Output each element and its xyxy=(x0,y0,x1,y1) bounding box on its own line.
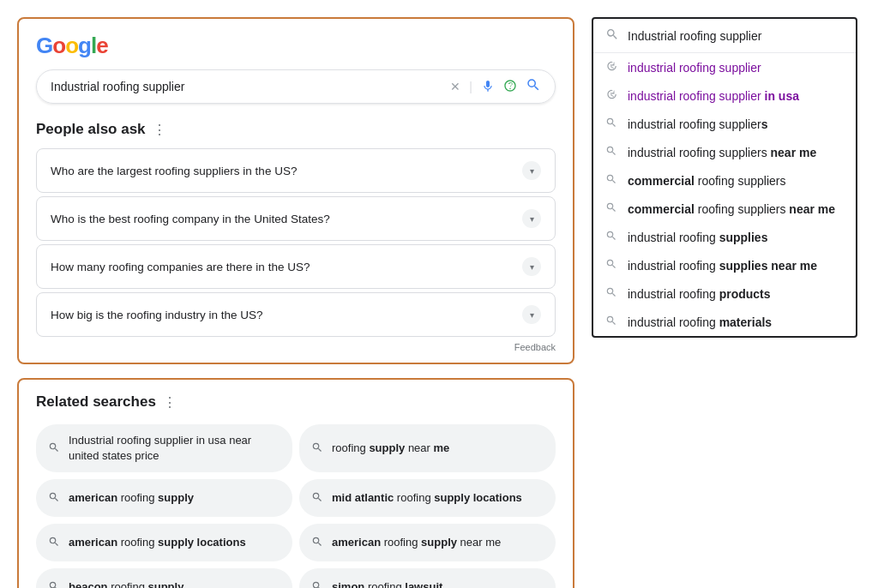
paa-title: People also ask xyxy=(36,121,146,138)
chevron-down-icon-1: ▾ xyxy=(522,161,541,180)
search-icon-ac-3 xyxy=(605,117,617,131)
related-title: Related searches xyxy=(36,393,156,411)
autocomplete-item-8[interactable]: industrial roofing supplies near me xyxy=(593,251,856,279)
feedback-link[interactable]: Feedback xyxy=(36,342,556,352)
autocomplete-item-1[interactable]: industrial roofing supplier xyxy=(593,53,856,81)
related-item-6[interactable]: american roofing supply near me xyxy=(299,524,556,561)
search-icon-ac-8 xyxy=(605,258,617,273)
related-header: Related searches ⋮ xyxy=(36,393,556,411)
search-icon-ac-5 xyxy=(605,173,617,188)
paa-item-1[interactable]: Who are the largest roofing suppliers in… xyxy=(36,148,556,193)
paa-item-4[interactable]: How big is the roofing industry in the U… xyxy=(36,292,556,337)
autocomplete-text-8: industrial roofing supplies near me xyxy=(628,259,817,273)
logo-o2: o xyxy=(65,33,78,58)
search-submit-icon[interactable] xyxy=(526,77,541,96)
logo-o1: o xyxy=(52,33,65,58)
paa-question-3: How many roofing companies are there in … xyxy=(51,261,310,273)
history-icon-1 xyxy=(605,60,617,75)
logo-e: e xyxy=(96,33,107,58)
related-text-6: american roofing supply near me xyxy=(332,535,501,550)
logo-g2: g xyxy=(78,33,91,58)
chevron-down-icon-3: ▾ xyxy=(522,257,541,276)
related-text-8: simon roofing lawsuit xyxy=(332,579,442,588)
related-item-7[interactable]: beacon roofing supply xyxy=(36,568,292,588)
paa-question-4: How big is the roofing industry in the U… xyxy=(51,309,263,321)
paa-question-2: Who is the best roofing company in the U… xyxy=(51,213,330,225)
related-text-1: Industrial roofing supplier in usa near … xyxy=(69,433,280,464)
search-icon-4 xyxy=(311,491,323,506)
autocomplete-text-9: industrial roofing products xyxy=(628,287,771,301)
search-icon-ac-10 xyxy=(605,315,617,329)
search-icon-ac-4 xyxy=(605,145,617,159)
chevron-down-icon-4: ▾ xyxy=(522,305,541,324)
google-logo: Google xyxy=(36,33,556,59)
search-input[interactable] xyxy=(51,80,443,93)
paa-item-3[interactable]: How many roofing companies are there in … xyxy=(36,244,556,289)
related-text-4: mid atlantic roofing supply locations xyxy=(332,490,522,506)
lens-icon[interactable] xyxy=(503,79,517,95)
autocomplete-text-7: industrial roofing supplies xyxy=(628,231,767,244)
related-item-5[interactable]: american roofing supply locations xyxy=(36,524,292,561)
paa-header: People also ask ⋮ xyxy=(36,121,556,138)
autocomplete-item-9[interactable]: industrial roofing products xyxy=(593,279,856,308)
autocomplete-text-5: commercial roofing suppliers xyxy=(628,174,785,188)
related-item-3[interactable]: american roofing supply xyxy=(36,479,292,517)
clear-icon[interactable]: ✕ xyxy=(450,80,460,93)
related-item-8[interactable]: simon roofing lawsuit xyxy=(299,568,556,588)
search-icon-5 xyxy=(48,536,60,550)
related-text-2: roofing supply near me xyxy=(332,441,449,456)
search-icon-ac-7 xyxy=(605,230,617,244)
search-bar[interactable]: ✕ | xyxy=(36,69,556,104)
related-text-3: american roofing supply xyxy=(69,490,194,506)
autocomplete-text-6: commercial roofing suppliers near me xyxy=(628,202,835,216)
related-more-icon[interactable]: ⋮ xyxy=(163,394,177,411)
search-icon-8 xyxy=(311,580,323,588)
autocomplete-header: Industrial roofing supplier xyxy=(593,19,856,53)
autocomplete-text-10: industrial roofing materials xyxy=(628,315,772,329)
paa-more-icon[interactable]: ⋮ xyxy=(153,122,166,138)
paa-item-2[interactable]: Who is the best roofing company in the U… xyxy=(36,196,556,241)
autocomplete-item-3[interactable]: industrial roofing suppliers xyxy=(593,110,856,138)
autocomplete-text-4: industrial roofing suppliers near me xyxy=(628,146,816,159)
autocomplete-item-10[interactable]: industrial roofing materials xyxy=(593,308,856,336)
related-text-7: beacon roofing supply xyxy=(69,579,183,588)
search-icon xyxy=(48,441,60,456)
autocomplete-item-7[interactable]: industrial roofing supplies xyxy=(593,223,856,251)
related-item-1[interactable]: Industrial roofing supplier in usa near … xyxy=(36,424,292,472)
autocomplete-item-2[interactable]: industrial roofing supplier in usa xyxy=(593,81,856,110)
microphone-icon[interactable] xyxy=(481,79,495,95)
related-grid: Industrial roofing supplier in usa near … xyxy=(36,424,556,588)
autocomplete-query: Industrial roofing supplier xyxy=(628,29,761,43)
related-searches-panel: Related searches ⋮ Industrial roofing su… xyxy=(17,378,574,588)
autocomplete-item-5[interactable]: commercial roofing suppliers xyxy=(593,166,856,195)
search-icon-7 xyxy=(48,580,60,588)
autocomplete-text-3: industrial roofing suppliers xyxy=(628,117,767,131)
logo-g: G xyxy=(36,33,52,58)
search-icon-ac-6 xyxy=(605,201,617,216)
related-item-4[interactable]: mid atlantic roofing supply locations xyxy=(299,479,556,517)
search-icon-6 xyxy=(311,536,323,550)
autocomplete-search-icon xyxy=(605,27,619,44)
search-icon-3 xyxy=(48,491,60,506)
autocomplete-text-2: industrial roofing supplier in usa xyxy=(628,89,799,103)
autocomplete-panel: Industrial roofing supplier industrial r… xyxy=(592,17,857,338)
related-item-2[interactable]: roofing supply near me xyxy=(299,424,556,472)
people-also-ask-section: People also ask ⋮ Who are the largest ro… xyxy=(36,121,556,352)
autocomplete-text-1: industrial roofing supplier xyxy=(628,61,761,75)
autocomplete-item-4[interactable]: industrial roofing suppliers near me xyxy=(593,138,856,166)
search-icon-2 xyxy=(311,441,323,456)
autocomplete-item-6[interactable]: commercial roofing suppliers near me xyxy=(593,195,856,223)
related-text-5: american roofing supply locations xyxy=(69,535,246,550)
search-icon-ac-9 xyxy=(605,286,617,301)
search-box-panel: Google ✕ | xyxy=(17,17,574,364)
chevron-down-icon-2: ▾ xyxy=(522,209,541,228)
history-icon-2 xyxy=(605,88,617,103)
paa-question-1: Who are the largest roofing suppliers in… xyxy=(51,165,297,177)
